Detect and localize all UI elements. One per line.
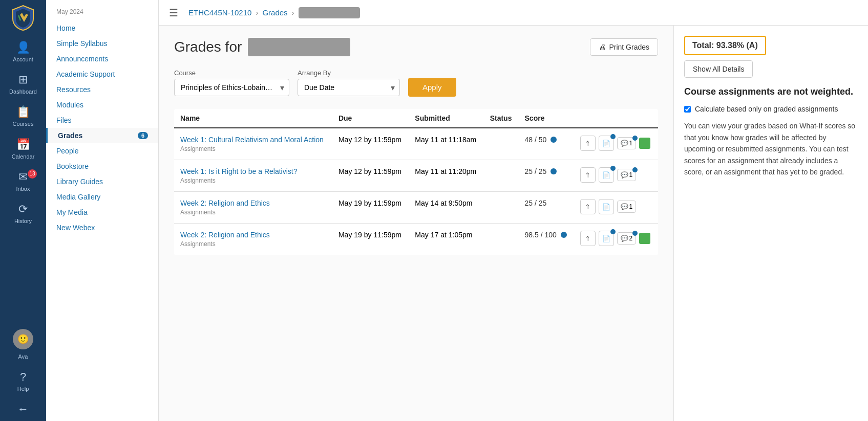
sidebar: May 2024 Home Simple Syllabus Announceme… bbox=[46, 0, 159, 421]
comment-dot-1 bbox=[632, 167, 638, 172]
breadcrumb: ETHC445N-10210 › Grades › bbox=[188, 7, 360, 18]
table-row: Week 2: Religion and Ethics Assignments … bbox=[174, 192, 658, 224]
rubric-icon-2[interactable]: 📄 bbox=[599, 199, 614, 214]
sidebar-item-grades[interactable]: Grades 6 bbox=[46, 128, 158, 143]
breadcrumb-sep1: › bbox=[256, 8, 258, 17]
col-score: Score bbox=[519, 109, 574, 128]
nav-item-ava[interactable]: 🙂 Ava bbox=[0, 324, 46, 365]
submitted-cell-0: May 11 at 11:18am bbox=[409, 128, 483, 160]
breadcrumb-grades[interactable]: Grades bbox=[262, 8, 287, 17]
comment-icon-0: 💬 bbox=[621, 140, 628, 147]
rubric-dot-3 bbox=[610, 229, 616, 234]
arrange-select[interactable]: Due Date bbox=[298, 79, 400, 96]
sidebar-item-media-gallery[interactable]: Media Gallery bbox=[46, 189, 158, 205]
breadcrumb-course[interactable]: ETHC445N-10210 bbox=[188, 8, 251, 17]
rubric-icon-0[interactable]: 📄 bbox=[599, 136, 614, 151]
sidebar-item-home[interactable]: Home bbox=[46, 20, 158, 36]
logo[interactable] bbox=[0, 0, 46, 36]
grades-title-text: Grades for bbox=[174, 39, 242, 55]
graded-only-checkbox[interactable] bbox=[684, 106, 691, 113]
rubric-icon-1[interactable]: 📄 bbox=[599, 167, 614, 183]
comment-badge-3[interactable]: 💬 2 bbox=[617, 232, 637, 245]
resubmit-icon-1[interactable]: ⇑ bbox=[580, 167, 596, 183]
grades-table: Name Due Submitted Status Score Week 1: … bbox=[174, 109, 658, 255]
print-grades-button[interactable]: 🖨 Print Grades bbox=[590, 38, 658, 56]
comment-count-3: 2 bbox=[629, 235, 633, 242]
sidebar-item-my-media[interactable]: My Media bbox=[46, 205, 158, 220]
assignment-name-cell-0: Week 1: Cultural Relativism and Moral Ac… bbox=[174, 128, 332, 160]
actions-cell-2: ⇑ 📄 💬 1 bbox=[574, 192, 658, 224]
student-name-redacted bbox=[248, 38, 350, 56]
nav-item-inbox[interactable]: ✉ 13 Inbox bbox=[0, 165, 46, 197]
comment-badge-1[interactable]: 💬 1 bbox=[617, 169, 637, 181]
filters-row: Course Principles of Ethics-Lobain… Arra… bbox=[174, 69, 658, 97]
assignment-type-3: Assignments bbox=[180, 240, 326, 248]
graded-only-label: Calculate based only on graded assignmen… bbox=[695, 105, 838, 113]
help-icon: ? bbox=[20, 370, 26, 384]
sidebar-item-people[interactable]: People bbox=[46, 143, 158, 159]
hamburger-menu[interactable]: ☰ bbox=[169, 7, 178, 19]
submitted-cell-2: May 14 at 9:50pm bbox=[409, 192, 483, 224]
assignment-name-0[interactable]: Week 1: Cultural Relativism and Moral Ac… bbox=[180, 136, 326, 144]
score-value-0: 48 / 50 bbox=[525, 136, 568, 144]
score-value-3: 98.5 / 100 bbox=[525, 231, 568, 239]
actions-cell-0: ⇑ 📄 💬 1 bbox=[574, 128, 658, 160]
course-select[interactable]: Principles of Ethics-Lobain… bbox=[174, 79, 289, 96]
col-name: Name bbox=[174, 109, 332, 128]
action-icons-2: ⇑ 📄 💬 1 bbox=[580, 199, 652, 214]
assignment-name-cell-3: Week 2: Religion and Ethics Assignments bbox=[174, 224, 332, 255]
due-cell-1: May 12 by 11:59pm bbox=[332, 160, 409, 192]
history-icon: ⟳ bbox=[18, 203, 28, 216]
nav-item-help[interactable]: ? Help bbox=[0, 365, 46, 397]
content-area: Grades for 🖨 Print Grades Course Princip… bbox=[159, 26, 868, 421]
nav-item-calendar[interactable]: 📅 Calendar bbox=[0, 133, 46, 165]
nav-item-history[interactable]: ⟳ History bbox=[0, 197, 46, 230]
nav-item-account[interactable]: 👤 Account bbox=[0, 36, 46, 68]
resubmit-icon-3[interactable]: ⇑ bbox=[580, 231, 596, 246]
table-row: Week 1: Cultural Relativism and Moral Ac… bbox=[174, 128, 658, 160]
show-all-details-button[interactable]: Show All Details bbox=[684, 60, 753, 78]
sidebar-item-announcements[interactable]: Announcements bbox=[46, 51, 158, 67]
comment-badge-0[interactable]: 💬 1 bbox=[617, 137, 637, 149]
comment-icon-2: 💬 bbox=[621, 203, 628, 210]
sidebar-item-modules[interactable]: Modules bbox=[46, 97, 158, 113]
print-icon: 🖨 bbox=[599, 43, 606, 51]
sidebar-item-simple-syllabus[interactable]: Simple Syllabus bbox=[46, 36, 158, 51]
green-indicator-3 bbox=[639, 233, 650, 244]
assignment-name-1[interactable]: Week 1: Is it Right to be a Relativist? bbox=[180, 167, 326, 175]
status-cell-3 bbox=[484, 224, 519, 255]
resubmit-icon-0[interactable]: ⇑ bbox=[580, 136, 596, 151]
nav-bottom: 🙂 Ava ? Help ← bbox=[0, 324, 46, 421]
nav-item-courses[interactable]: 📋 Courses bbox=[0, 100, 46, 132]
sidebar-date: May 2024 bbox=[46, 8, 158, 20]
sidebar-item-bookstore[interactable]: Bookstore bbox=[46, 159, 158, 174]
green-indicator-0 bbox=[639, 138, 650, 149]
sidebar-item-library-guides[interactable]: Library Guides bbox=[46, 174, 158, 189]
nav-label-account: Account bbox=[13, 56, 33, 63]
nav-item-dashboard[interactable]: ⊞ Dashboard bbox=[0, 68, 46, 100]
table-row: Week 2: Religion and Ethics Assignments … bbox=[174, 224, 658, 255]
nav-label-dashboard: Dashboard bbox=[9, 88, 37, 95]
rubric-icon-3[interactable]: 📄 bbox=[599, 231, 614, 246]
resubmit-icon-2[interactable]: ⇑ bbox=[580, 199, 596, 214]
comment-icon-1: 💬 bbox=[621, 171, 628, 179]
comment-badge-2[interactable]: 💬 1 bbox=[617, 201, 637, 213]
nav-item-collapse[interactable]: ← bbox=[0, 397, 46, 421]
assignment-type-1: Assignments bbox=[180, 177, 326, 184]
score-value-1: 25 / 25 bbox=[525, 167, 568, 175]
status-cell-0 bbox=[484, 128, 519, 160]
actions-cell-1: ⇑ 📄 💬 1 bbox=[574, 160, 658, 192]
breadcrumb-sep2: › bbox=[292, 8, 294, 17]
score-cell-1: 25 / 25 bbox=[519, 160, 574, 192]
sidebar-item-academic-support[interactable]: Academic Support bbox=[46, 67, 158, 82]
account-icon: 👤 bbox=[16, 41, 30, 54]
sidebar-item-resources[interactable]: Resources bbox=[46, 82, 158, 97]
assignment-name-3[interactable]: Week 2: Religion and Ethics bbox=[180, 231, 326, 239]
assignment-name-2[interactable]: Week 2: Religion and Ethics bbox=[180, 199, 326, 207]
table-row: Week 1: Is it Right to be a Relativist? … bbox=[174, 160, 658, 192]
col-due: Due bbox=[332, 109, 409, 128]
apply-button[interactable]: Apply bbox=[408, 78, 456, 97]
sidebar-item-files[interactable]: Files bbox=[46, 113, 158, 128]
sidebar-item-new-webex[interactable]: New Webex bbox=[46, 220, 158, 235]
breadcrumb-student bbox=[299, 7, 360, 18]
